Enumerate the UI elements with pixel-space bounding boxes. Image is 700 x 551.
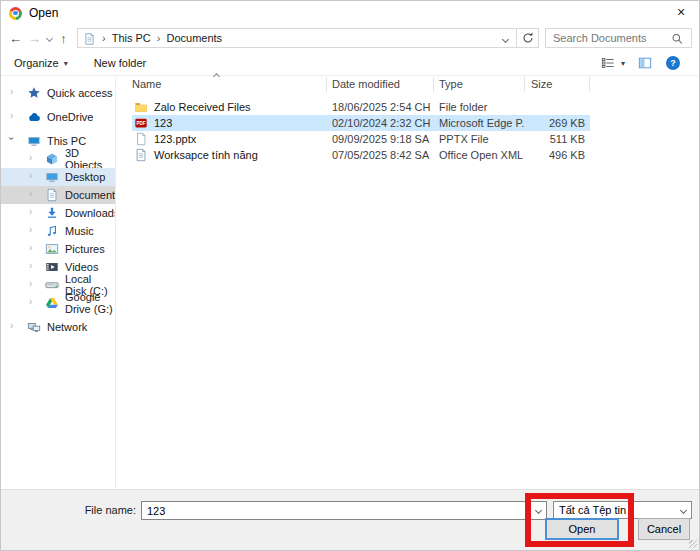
column-label: Name: [132, 78, 161, 90]
svg-text:PDF: PDF: [136, 121, 145, 126]
file-name: 123: [154, 117, 172, 129]
open-button[interactable]: Open: [545, 518, 619, 540]
expander-right-icon[interactable]: ›: [29, 296, 32, 307]
expander-right-icon[interactable]: ›: [29, 188, 32, 199]
file-date-modified: 09/09/2025 9:18 SA: [327, 133, 434, 145]
file-type: Microsoft Edge P...: [434, 117, 525, 129]
column-header-date-modified[interactable]: Date modified: [327, 77, 434, 92]
document-icon: [134, 148, 148, 162]
title-bar: Open ×: [1, 1, 699, 25]
column-header-type[interactable]: Type: [434, 77, 525, 92]
file-name-input[interactable]: 123: [141, 501, 547, 520]
column-label: Date modified: [332, 78, 400, 90]
refresh-button[interactable]: [517, 28, 539, 48]
sidebar-item-label: Documents: [65, 189, 116, 201]
sidebar-item-label: Desktop: [65, 171, 105, 183]
sidebar-item-onedrive[interactable]: ›OneDrive: [1, 108, 115, 126]
resize-grip[interactable]: [689, 540, 697, 548]
column-header-size[interactable]: Size: [525, 77, 590, 92]
file-date-modified: 18/06/2025 2:54 CH: [327, 101, 434, 113]
file-size: 511 KB: [525, 133, 590, 145]
expander-right-icon[interactable]: ›: [10, 86, 13, 97]
file-list-pane: NameDate modifiedTypeSize Zalo Received …: [117, 77, 699, 489]
file-name-dropdown-icon[interactable]: [530, 502, 546, 519]
open-file-dialog: Open × ← → ↑ › This PC › Documents Searc…: [0, 0, 700, 551]
file-type-dropdown-icon[interactable]: [675, 502, 691, 518]
column-header-name[interactable]: Name: [117, 77, 327, 92]
file-name-value: 123: [142, 505, 530, 517]
close-icon[interactable]: ×: [672, 4, 690, 20]
expander-right-icon[interactable]: ›: [29, 170, 32, 181]
view-mode-button[interactable]: ▾: [601, 56, 625, 71]
file-type-select[interactable]: Tất cả Tệp tin: [553, 501, 692, 519]
organize-button[interactable]: Organize ▾: [14, 57, 68, 69]
file-date-modified: 02/10/2024 2:32 CH: [327, 117, 434, 129]
sidebar-item-network[interactable]: ›Network: [1, 318, 115, 336]
file-row-123-pptx[interactable]: 123.pptx09/09/2025 9:18 SAPPTX File511 K…: [132, 131, 590, 147]
sidebar-item-label: Quick access: [47, 87, 112, 99]
sidebar-item-label: Google Drive (G:): [65, 291, 115, 315]
sidebar-item-label: Downloads: [65, 207, 116, 219]
expander-right-icon[interactable]: ›: [29, 206, 32, 217]
file-name: Zalo Received Files: [154, 101, 251, 113]
file-type: Office Open XML ...: [434, 149, 525, 161]
expander-down-icon[interactable]: ›: [6, 137, 17, 140]
sidebar-item-music[interactable]: ›Music: [1, 222, 115, 240]
expander-right-icon[interactable]: ›: [29, 260, 32, 271]
sidebar-item-documents[interactable]: ›Documents: [1, 186, 115, 204]
file-row-zalo-received-files[interactable]: Zalo Received Files18/06/2025 2:54 CHFil…: [132, 99, 590, 115]
sidebar-item-desktop[interactable]: ›Desktop: [1, 168, 115, 186]
expander-right-icon[interactable]: ›: [29, 152, 32, 163]
navigation-pane: ›Quick access›OneDrive›This PC›3D Object…: [1, 77, 116, 489]
forward-button: →: [25, 31, 44, 46]
file-row-worksapce-t-nh-n-ng[interactable]: Worksapce tính năng07/05/2025 8:42 SAOff…: [132, 147, 590, 163]
sidebar-item-quick-access[interactable]: ›Quick access: [1, 84, 115, 102]
sidebar-item-label: This PC: [47, 135, 86, 147]
preview-pane-icon[interactable]: [638, 56, 653, 71]
breadcrumb-this-pc[interactable]: This PC: [112, 32, 151, 44]
expander-right-icon[interactable]: ›: [29, 224, 32, 235]
up-button[interactable]: ↑: [54, 31, 73, 46]
expander-right-icon[interactable]: ›: [10, 110, 13, 121]
dialog-footer: File name: 123 Tất cả Tệp tin Open Cance…: [1, 489, 699, 550]
back-button[interactable]: ←: [6, 31, 25, 46]
location-document-icon: [83, 32, 96, 45]
network-icon: [27, 320, 41, 334]
window-title: Open: [29, 6, 58, 20]
breadcrumb-separator: ›: [157, 32, 161, 44]
file-date-modified: 07/05/2025 8:42 SA: [327, 149, 434, 161]
list-view-icon: [601, 56, 616, 71]
file-name: 123.pptx: [154, 133, 196, 145]
expander-right-icon[interactable]: ›: [29, 278, 32, 289]
expander-right-icon[interactable]: ›: [10, 320, 13, 331]
sidebar-item-3d-objects[interactable]: ›3D Objects: [1, 150, 115, 168]
history-dropdown-icon[interactable]: [44, 36, 54, 41]
address-dropdown-icon[interactable]: [503, 32, 511, 44]
search-icon: [671, 32, 684, 45]
folder-icon: [134, 100, 148, 114]
breadcrumb-documents[interactable]: Documents: [166, 32, 222, 44]
sidebar-item-downloads[interactable]: ›Downloads: [1, 204, 115, 222]
expander-right-icon[interactable]: ›: [29, 242, 32, 253]
column-label: Size: [531, 78, 552, 90]
chrome-logo-icon: [9, 7, 22, 20]
sidebar-item-pictures[interactable]: ›Pictures: [1, 240, 115, 258]
disk-icon: [45, 278, 59, 292]
video-icon: [45, 260, 59, 274]
sidebar-item-label: Pictures: [65, 243, 105, 255]
document-icon: [45, 188, 59, 202]
sidebar-item-google-drive-g[interactable]: ›Google Drive (G:): [1, 294, 115, 312]
cancel-button[interactable]: Cancel: [638, 518, 690, 540]
file-row-123[interactable]: PDF12302/10/2024 2:32 CHMicrosoft Edge P…: [132, 115, 590, 131]
pdf-icon: PDF: [134, 116, 148, 130]
help-button[interactable]: ?: [666, 56, 680, 70]
file-size: 269 KB: [525, 117, 590, 129]
address-bar[interactable]: › This PC › Documents: [77, 28, 517, 48]
view-caret-icon: ▾: [621, 59, 625, 68]
sidebar-item-label: Music: [65, 225, 94, 237]
navigation-row: ← → ↑ › This PC › Documents Search Docum…: [1, 25, 699, 51]
column-headers: NameDate modifiedTypeSize: [117, 77, 699, 94]
search-input[interactable]: Search Documents: [545, 28, 692, 48]
column-label: Type: [439, 78, 463, 90]
new-folder-button[interactable]: New folder: [94, 57, 147, 69]
